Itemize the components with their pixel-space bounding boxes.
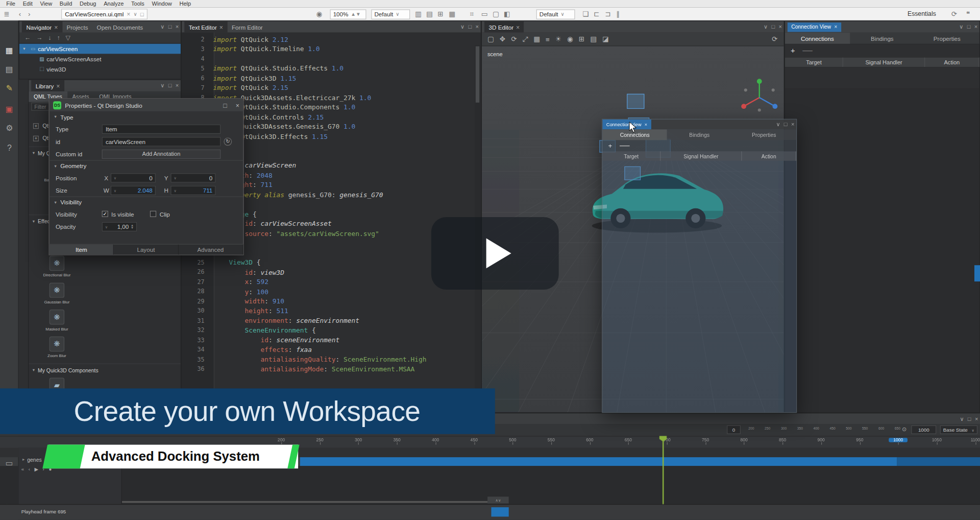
float-panel-icon[interactable]: □ <box>967 24 971 30</box>
add-connection-button[interactable]: + <box>608 142 612 150</box>
select-tool-icon[interactable]: ▢ <box>487 35 494 43</box>
is-visible-checkbox[interactable]: ✓ <box>102 211 108 217</box>
zoom-stepper-icon[interactable]: ▲▼ <box>351 11 360 17</box>
scale-tool-icon[interactable]: ⤢ <box>522 35 528 43</box>
align-left-icon[interactable]: ⊏ <box>594 9 599 18</box>
float-panel-icon[interactable]: □ <box>168 24 172 30</box>
menu-toggle-icon[interactable]: ≣ <box>4 9 9 18</box>
selection-box[interactable] <box>627 94 644 109</box>
close-panel-icon[interactable]: × <box>476 24 479 30</box>
forward-icon[interactable]: → <box>36 34 42 41</box>
add-connection-button[interactable]: + <box>791 46 795 55</box>
tab-navigator[interactable]: Navigator× <box>22 21 62 33</box>
dialog-tab-layout[interactable]: Layout <box>114 245 179 255</box>
position-x-spinbox[interactable]: ∨0 <box>111 173 156 182</box>
close-icon[interactable]: × <box>645 122 647 127</box>
collapse-icon[interactable]: ∨ <box>776 122 780 128</box>
size-w-spinbox[interactable]: ∨2.048 <box>111 185 156 195</box>
design-icon[interactable]: ▣ <box>0 104 19 113</box>
axis-gizmo[interactable] <box>738 78 782 116</box>
geometry-section-header[interactable]: ▾ Geometry <box>50 160 243 171</box>
collapse-icon[interactable]: ∨ <box>959 24 963 30</box>
menu-edit[interactable]: Edit <box>19 0 36 8</box>
tab-properties[interactable]: Properties <box>915 33 979 44</box>
shading-tool-icon[interactable]: ◪ <box>602 35 609 43</box>
back-icon[interactable]: ← <box>24 34 31 41</box>
remove-connection-button[interactable]: — <box>802 45 813 56</box>
position-y-spinbox[interactable]: ∨0 <box>170 173 215 182</box>
tools-icon[interactable]: ⚙ <box>0 123 19 132</box>
keyframe-marker[interactable] <box>491 507 508 516</box>
maximize-icon[interactable]: □ <box>223 102 227 108</box>
float-panel-icon[interactable]: □ <box>784 122 788 128</box>
add-annotation-button[interactable]: Add Annotation <box>102 149 221 158</box>
close-panel-icon[interactable]: × <box>975 416 978 422</box>
scrollbar-thumb[interactable] <box>476 46 479 103</box>
floating-connection-view[interactable]: Connection View × ∨ □ × ConnectionsBindi… <box>602 119 797 413</box>
tab-projects[interactable]: Projects <box>62 21 92 33</box>
zoom-magnifier-icon[interactable]: ⊙ <box>902 426 906 432</box>
zoom-level-select[interactable]: 100% ▲▼ <box>330 9 366 19</box>
library-section-my-quick3d-components[interactable]: ▾My Quick3D Components <box>29 363 181 375</box>
split-editor-icon[interactable]: □ <box>140 11 144 17</box>
close-document-icon[interactable]: × <box>127 11 130 17</box>
type-input[interactable]: Item <box>102 124 221 133</box>
guides-icon[interactable]: ⌗ <box>470 9 474 18</box>
tree-item-carviewscreen[interactable]: ▾▭carViewScreen <box>19 44 181 54</box>
collapsed-dock-tab[interactable] <box>974 265 980 281</box>
float-panel-icon[interactable]: □ <box>968 416 971 422</box>
size-h-spinbox[interactable]: ∨711 <box>170 185 215 195</box>
sync-icon[interactable]: ⟳ <box>951 9 957 18</box>
frame-value-box[interactable]: 0 <box>727 426 741 434</box>
menu-analyze[interactable]: Analyze <box>100 0 128 8</box>
light-tool-icon[interactable]: ☀ <box>555 35 561 43</box>
close-panel-icon[interactable]: × <box>176 83 179 89</box>
open-document-tab[interactable]: CarViewScreen.ui.qml × ∨ □ <box>61 9 148 19</box>
menu-build[interactable]: Build <box>56 0 76 8</box>
group-icon[interactable]: ❏ <box>582 9 589 18</box>
type-section-header[interactable]: ▾ Type <box>50 111 243 123</box>
menu-debug[interactable]: Debug <box>76 0 100 8</box>
close-icon[interactable]: × <box>54 23 58 30</box>
bounds-icon[interactable]: ▭ <box>481 9 488 18</box>
grid-tool-icon[interactable]: ⊞ <box>579 35 584 43</box>
rotate-tool-icon[interactable]: ⟳ <box>511 35 517 43</box>
move-tool-icon[interactable]: ✥ <box>500 35 505 43</box>
collapse-icon[interactable]: ∨ <box>160 83 164 89</box>
play-icon[interactable]: ▶ <box>35 466 39 472</box>
spin-up-down-icon[interactable]: ▲▼ <box>131 224 134 229</box>
to-start-icon[interactable]: « <box>21 466 24 472</box>
float-panel-icon[interactable]: □ <box>469 24 472 30</box>
splitter-collapse-handle[interactable]: ∧∨ <box>487 497 509 503</box>
dialog-tab-item[interactable]: Item <box>50 245 114 255</box>
align-right-icon[interactable]: ⊐ <box>605 9 610 18</box>
id-input[interactable]: carViewScreen <box>102 137 221 146</box>
back-icon[interactable]: ‹ <box>19 9 21 18</box>
close-icon[interactable]: × <box>56 82 60 89</box>
close-icon[interactable]: × <box>834 24 837 30</box>
tab-connections[interactable]: Connections <box>785 33 850 44</box>
reset-id-icon[interactable]: ↻ <box>224 137 232 146</box>
collapse-icon[interactable]: ∨ <box>160 24 164 30</box>
merge-view-icon[interactable]: ▤ <box>426 9 433 18</box>
tab-connection-view[interactable]: Connection View × <box>602 120 651 130</box>
grid-toggle-icon[interactable]: ⊞ <box>437 9 443 18</box>
close-panel-icon[interactable]: × <box>176 24 179 30</box>
float-panel-icon[interactable]: □ <box>771 24 775 30</box>
close-panel-icon[interactable]: × <box>778 24 781 30</box>
tab-3d-editor[interactable]: 3D Editor × <box>484 21 524 33</box>
close-icon[interactable]: × <box>516 23 520 30</box>
menu-help[interactable]: Help <box>176 0 194 8</box>
timeline-scrollbar-right[interactable] <box>897 457 980 466</box>
collapse-arrow-icon[interactable]: ▾ <box>33 219 35 224</box>
previous-keyframe-icon[interactable]: ‹ <box>29 466 30 472</box>
expand-arrow-icon[interactable]: ▸ <box>22 457 24 462</box>
collapse-icon[interactable]: ∨ <box>460 24 464 30</box>
playhead-line[interactable] <box>663 436 664 504</box>
timeline-track-item[interactable]: ▸ genes <box>22 457 42 463</box>
tab-form-editor[interactable]: Form Editor <box>227 21 267 33</box>
move-up-icon[interactable]: ↑ <box>57 34 60 41</box>
library-item-zoom-blur[interactable]: ❋Zoom Blur <box>34 337 80 358</box>
split-view-icon[interactable]: ▥ <box>415 9 422 18</box>
wireframe-toggle-icon[interactable]: ▢ <box>493 9 499 18</box>
